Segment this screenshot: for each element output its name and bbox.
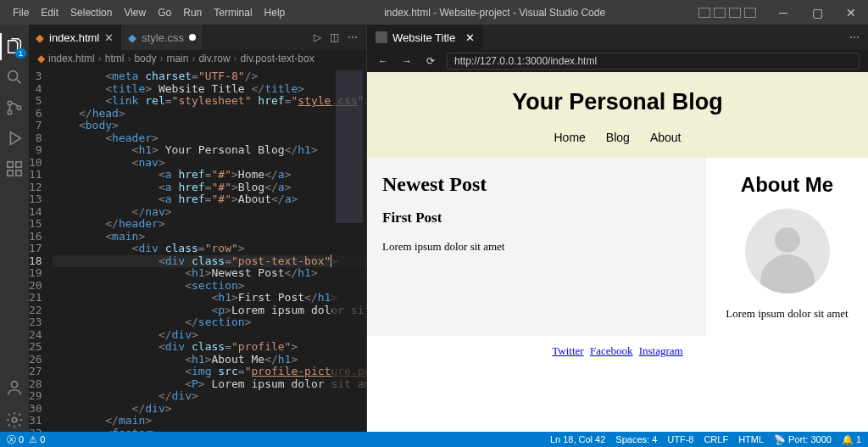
svg-point-2	[8, 110, 12, 115]
status-eol[interactable]: CRLF	[704, 434, 728, 444]
editor-tabs: ◆index.html✕◆style.css ▷ ◫ ⋯	[29, 25, 366, 50]
status-port[interactable]: 📡 Port: 3000	[774, 434, 832, 445]
post-box: Newest Post First Post Lorem ipsum dolor…	[367, 158, 706, 336]
window-title: index.html - Website-project - Visual St…	[291, 7, 698, 19]
menu-edit[interactable]: Edit	[35, 7, 64, 19]
activity-bar: 1	[0, 25, 29, 435]
crumb[interactable]: div.row	[198, 53, 230, 64]
run-icon[interactable]: ▷	[314, 31, 321, 43]
svg-point-3	[17, 106, 21, 110]
footer-link-instagram[interactable]: Instagram	[639, 344, 683, 357]
menu-view[interactable]: View	[118, 7, 152, 19]
menu-help[interactable]: Help	[259, 7, 292, 19]
explorer-icon[interactable]: 1	[4, 36, 25, 57]
forward-button[interactable]: →	[399, 55, 415, 67]
window-controls: ─ ▢ ✕	[698, 6, 868, 20]
menu-bar: FileEditSelectionViewGoRunTerminalHelp	[0, 7, 291, 19]
crumb[interactable]: body	[134, 53, 156, 64]
minimap[interactable]	[332, 67, 366, 432]
menu-terminal[interactable]: Terminal	[208, 7, 258, 19]
file-icon: ◆	[36, 31, 44, 44]
status-bell[interactable]: 🔔 1	[842, 434, 861, 445]
minimize-button[interactable]: ─	[766, 6, 800, 20]
status-encoding[interactable]: UTF-8	[667, 434, 693, 444]
back-button[interactable]: ←	[376, 55, 391, 67]
footer-link-twitter[interactable]: Twitter	[552, 344, 583, 357]
status-lang[interactable]: HTML	[738, 434, 764, 444]
svg-rect-7	[16, 162, 21, 167]
tab-label: index.html	[49, 31, 99, 44]
settings-icon[interactable]	[4, 410, 25, 430]
title-bar: FileEditSelectionViewGoRunTerminalHelp i…	[0, 0, 868, 25]
debug-icon[interactable]	[4, 128, 25, 148]
crumb[interactable]: html	[105, 53, 125, 64]
nav-about[interactable]: About	[650, 131, 682, 144]
crumb[interactable]: main	[166, 53, 188, 64]
page-footer: Twitter Facebook Instagram	[367, 336, 868, 366]
close-button[interactable]: ✕	[834, 6, 868, 20]
rendered-page: Your Personal Blog HomeBlogAbout Newest …	[367, 72, 868, 432]
crumb[interactable]: div.post-text-box	[241, 53, 314, 64]
file-icon: ◆	[37, 53, 45, 64]
code-editor[interactable]: 3456789101112131415161718192021222324252…	[29, 67, 366, 432]
close-icon[interactable]: ✕	[465, 31, 475, 44]
tab-index-html[interactable]: ◆index.html✕	[29, 25, 121, 50]
maximize-button[interactable]: ▢	[800, 6, 834, 20]
profile-body: Lorem ipsum dolor sit amet	[716, 307, 858, 321]
reload-button[interactable]: ⟳	[423, 55, 438, 67]
preview-pane: Website Title ✕ ⋯ ← → ⟳ http://127.0.0.1…	[366, 25, 868, 432]
svg-point-1	[8, 101, 12, 105]
svg-rect-4	[8, 162, 13, 167]
more-icon[interactable]: ⋯	[348, 31, 358, 43]
close-icon[interactable]: ✕	[104, 31, 114, 44]
split-icon[interactable]: ◫	[330, 31, 339, 43]
svg-point-8	[11, 382, 17, 388]
svg-point-0	[8, 71, 18, 81]
status-errors[interactable]: ⓧ 0	[7, 433, 24, 446]
nav-home[interactable]: Home	[554, 131, 586, 144]
avatar	[745, 209, 830, 293]
code-lines[interactable]: <meta charset="UTF-8"/> <title> Website …	[53, 67, 366, 432]
footer-link-facebook[interactable]: Facebook	[590, 344, 633, 357]
layout-icons[interactable]	[698, 8, 756, 18]
svg-rect-5	[8, 170, 13, 176]
crumb[interactable]: index.html	[48, 53, 95, 64]
post-body: Lorem ipsum dolor sit amet	[382, 240, 691, 254]
breadcrumbs[interactable]: ◆ index.html › html › body › main › div.…	[29, 50, 366, 67]
tab-label: style.css	[142, 31, 184, 44]
preview-tabs: Website Title ✕ ⋯	[367, 25, 868, 50]
file-icon: ◆	[128, 31, 136, 44]
account-icon[interactable]	[4, 377, 25, 398]
gutter: 3456789101112131415161718192021222324252…	[29, 67, 53, 432]
extensions-icon[interactable]	[4, 159, 25, 179]
menu-selection[interactable]: Selection	[64, 7, 118, 19]
globe-icon	[376, 31, 387, 43]
svg-rect-6	[16, 170, 21, 176]
menu-go[interactable]: Go	[152, 7, 177, 19]
nav-blog[interactable]: Blog	[606, 131, 630, 144]
preview-tab-title: Website Title	[392, 31, 455, 44]
scm-icon[interactable]	[4, 98, 25, 118]
status-warnings[interactable]: ⚠ 0	[29, 434, 45, 445]
page-header: Your Personal Blog HomeBlogAbout	[367, 72, 868, 158]
tab-actions: ▷ ◫ ⋯	[314, 25, 366, 50]
menu-file[interactable]: File	[7, 7, 35, 19]
profile-box: About Me Lorem ipsum dolor sit amet	[706, 158, 868, 336]
menu-run[interactable]: Run	[177, 7, 208, 19]
page-title: Your Personal Blog	[367, 89, 868, 115]
post-heading: Newest Post	[382, 173, 691, 196]
tab-style-css[interactable]: ◆style.css	[121, 25, 203, 50]
preview-tab[interactable]: Website Title ✕	[367, 25, 483, 50]
url-input[interactable]: http://127.0.0.1:3000/index.html	[447, 53, 860, 70]
more-icon[interactable]: ⋯	[849, 31, 860, 43]
dirty-dot	[189, 34, 196, 41]
address-bar: ← → ⟳ http://127.0.0.1:3000/index.html	[367, 50, 868, 72]
status-ln-col[interactable]: Ln 18, Col 42	[550, 434, 605, 444]
explorer-badge: 1	[15, 48, 26, 59]
search-icon[interactable]	[4, 67, 25, 87]
status-bar: ⓧ 0 ⚠ 0 Ln 18, Col 42 Spaces: 4 UTF-8 CR…	[0, 432, 868, 447]
status-spaces[interactable]: Spaces: 4	[615, 434, 657, 444]
editor-pane: ◆index.html✕◆style.css ▷ ◫ ⋯ ◆ index.htm…	[29, 25, 366, 432]
profile-heading: About Me	[716, 173, 858, 197]
svg-point-9	[12, 417, 17, 422]
